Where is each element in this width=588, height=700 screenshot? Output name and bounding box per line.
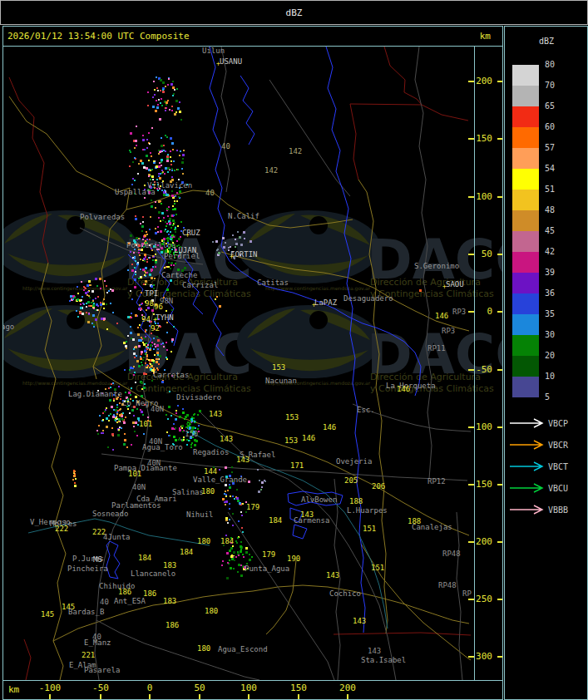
y-axis-tick-label: -50 <box>459 365 492 375</box>
scale-title: dBZ <box>530 37 563 46</box>
scale-swatch <box>512 377 539 397</box>
page-title: dBZ <box>286 7 303 18</box>
scale-swatch <box>512 335 539 356</box>
vector-legend-label: VBCT <box>548 462 568 471</box>
y-axis-tick-mark <box>497 656 502 658</box>
x-axis-tick-mark <box>100 694 101 699</box>
scale-swatch <box>512 190 539 210</box>
radar-map: DACCDirección de Agriculturay Contingenc… <box>3 47 502 681</box>
scale-tick-label: 60 <box>545 122 570 132</box>
scale-swatch <box>512 127 539 148</box>
radar-app-window: dBZ 2026/01/12 13:54:00 UTC Composite km… <box>0 0 588 700</box>
vbcp-arrow-icon <box>509 418 547 428</box>
y-axis-tick-mark <box>497 599 502 600</box>
y-axis-tick-mark <box>497 541 502 543</box>
scale-swatch <box>512 86 539 106</box>
scale-tick-label: 20 <box>545 351 570 361</box>
vector-legend-item: VBBB <box>505 505 587 516</box>
scale-swatch <box>512 148 539 169</box>
scale-tick-label: 30 <box>545 330 570 340</box>
x-axis: km -100-50050100150200 <box>3 681 502 699</box>
scale-swatch <box>512 252 539 273</box>
scale-tick-label: 45 <box>545 226 570 236</box>
y-axis-tick-mark <box>497 484 502 486</box>
scale-swatch <box>512 293 539 314</box>
scale-tick-label: 80 <box>545 60 570 70</box>
scale-tick-label: 57 <box>545 143 570 153</box>
vector-legend-label: VBCU <box>548 484 568 493</box>
y-axis-tick-mark <box>497 81 502 82</box>
vector-legend-item: VBCT <box>505 461 587 473</box>
y-axis-tick-mark <box>497 311 502 313</box>
title-bar: dBZ <box>0 0 588 25</box>
y-axis-tick-label: -200 <box>459 537 492 547</box>
scale-tick-label: 10 <box>545 372 570 382</box>
scale-swatch <box>512 169 539 190</box>
x-axis-tick-label: 200 <box>329 683 366 693</box>
vbbb-arrow-icon <box>509 505 547 515</box>
y-axis-tick-label: -300 <box>459 652 492 662</box>
x-axis-tick-label: -100 <box>32 683 68 693</box>
y-axis-unit-label: km <box>480 31 491 42</box>
scale-tick-label: 36 <box>545 288 570 298</box>
scale-swatch <box>512 210 539 231</box>
scale-tick-label: 42 <box>545 247 570 257</box>
vector-legend-item: VBCU <box>505 483 587 495</box>
scale-tick-label: 35 <box>545 309 570 319</box>
y-axis-tick-label: 200 <box>459 76 492 86</box>
scale-swatch <box>512 65 539 86</box>
timestamp-text: 2026/01/12 13:54:00 UTC Composite <box>7 31 190 42</box>
vbcr-arrow-icon <box>509 440 547 450</box>
timestamp-bar: 2026/01/12 13:54:00 UTC Composite km <box>3 27 502 47</box>
vbct-arrow-icon <box>509 461 547 471</box>
y-axis-layer: 200150100500-50-100-150-200-250-300 <box>3 47 502 680</box>
y-axis-tick-label: 150 <box>459 134 492 144</box>
x-axis-tick-mark <box>248 694 250 699</box>
x-axis-tick-label: 50 <box>181 683 218 693</box>
x-axis-tick-mark <box>199 694 200 699</box>
x-axis-tick-label: -50 <box>82 683 119 693</box>
x-axis-unit-label: km <box>8 684 19 695</box>
scale-tick-label: 5 <box>545 392 570 402</box>
y-axis-tick-mark <box>497 196 502 198</box>
color-scale-panel: dBZ 807065605754514845423936353020105 VB… <box>504 26 588 700</box>
scale-tick-label: 51 <box>545 185 570 195</box>
y-axis-tick-label: -250 <box>459 594 492 604</box>
x-axis-tick-mark <box>49 694 51 699</box>
y-axis-tick-label: 0 <box>459 307 492 317</box>
y-axis-tick-mark <box>497 138 502 140</box>
scale-swatch <box>512 314 539 335</box>
x-axis-tick-mark <box>347 694 348 699</box>
scale-tick-label: 65 <box>545 101 570 111</box>
vector-legend-item: VBCP <box>505 418 587 430</box>
y-axis-tick-mark <box>497 254 502 255</box>
scale-swatch <box>512 356 539 377</box>
vector-legend-label: VBBB <box>548 505 568 515</box>
scale-tick-label: 48 <box>545 205 570 215</box>
scale-swatch <box>512 231 539 252</box>
scale-tick-label: 70 <box>545 81 570 91</box>
x-axis-tick-mark <box>149 694 151 699</box>
vector-legend-item: VBCR <box>505 440 587 451</box>
x-axis-tick-label: 100 <box>230 683 267 693</box>
x-axis-tick-label: 0 <box>131 683 168 693</box>
scale-tick-label: 39 <box>545 268 570 278</box>
x-axis-tick-label: 150 <box>280 683 317 693</box>
map-frame: 2026/01/12 13:54:00 UTC Composite km DAC… <box>2 26 503 700</box>
vbcu-arrow-icon <box>509 483 547 493</box>
x-axis-tick-mark <box>298 694 299 699</box>
map-gutter-divider <box>474 47 475 680</box>
scale-swatch <box>512 106 539 127</box>
y-axis-tick-mark <box>497 369 502 371</box>
scale-tick-label: 54 <box>545 164 570 174</box>
vector-legend-label: VBCR <box>548 441 568 450</box>
y-axis-tick-mark <box>497 426 502 428</box>
y-axis-tick-label: 100 <box>459 192 492 202</box>
vector-legend-label: VBCP <box>548 419 568 428</box>
y-axis-tick-label: -100 <box>459 422 492 432</box>
y-axis-tick-label: -150 <box>459 480 492 490</box>
scale-swatch <box>512 273 539 293</box>
y-axis-tick-label: 50 <box>459 249 492 259</box>
